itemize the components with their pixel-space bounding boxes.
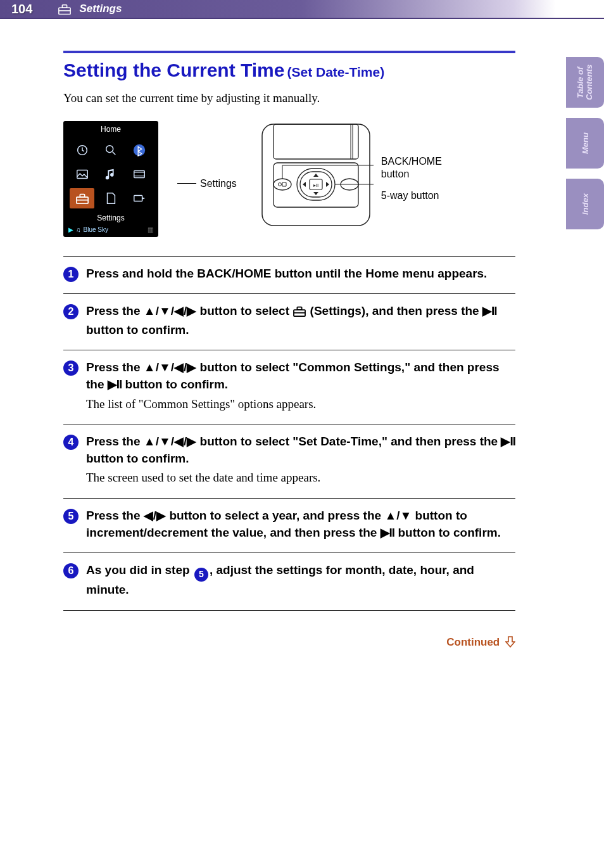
step-5: 5 Press the ◀/▶ button to select a year,… (63, 498, 515, 552)
toolbox-icon (58, 3, 72, 15)
step-3: 3 Press the ▲/▼/◀/▶ button to select "Co… (63, 350, 515, 424)
arrow-up-down-icon: ▲/▼ (384, 509, 412, 522)
step-2: 2 Press the ▲/▼/◀/▶ button to select (Se… (63, 293, 515, 350)
back-home-label-2: button (381, 169, 442, 180)
svg-rect-14 (134, 195, 142, 201)
step-4-text: Press the ▲/▼/◀/▶ button to select "Set … (86, 433, 515, 487)
arrow-keys-icon: ▲/▼/◀/▶ (144, 361, 196, 374)
step-3-sub: The list of "Common Settings" options ap… (86, 396, 515, 413)
step-number-2: 2 (63, 304, 79, 319)
svg-text:▸II: ▸II (313, 182, 318, 188)
bluetooth-icon (127, 140, 152, 160)
home-grid (63, 136, 158, 212)
callout-line (177, 183, 196, 184)
screen-menu-label: Settings (63, 212, 158, 224)
video-icon (127, 164, 152, 184)
step-1: 1 Press and hold the BACK/HOME button un… (63, 256, 515, 294)
svg-point-31 (315, 193, 317, 194)
clock-icon (70, 140, 94, 160)
step-number-3: 3 (63, 361, 79, 376)
tab-table-of-contents[interactable]: Table ofContents (566, 57, 604, 108)
intro-text: You can set the current time by adjustin… (63, 90, 515, 107)
step-6: 6 As you did in step 5, adjust the setti… (63, 552, 515, 610)
main-content: Setting the Current Time (Set Date-Time)… (0, 19, 604, 611)
svg-point-4 (106, 145, 113, 152)
play-indicator-icon: ▶ (68, 226, 73, 233)
back-home-label: BACK/HOME (381, 156, 442, 167)
screen-footer: ▶ ♫ Blue Sky ▥ (63, 224, 158, 233)
device-outline: ▸II (256, 121, 376, 229)
page-title: Setting the Current Time (Set Date-Time) (63, 60, 515, 81)
continued-indicator: Continued (0, 636, 604, 649)
page-number: 104 (11, 2, 32, 16)
device-body-diagram: ▸II BACK/HOME button 5-way button (256, 121, 442, 229)
music-icon (98, 164, 123, 184)
title-rule (63, 51, 515, 53)
device-callout-labels: BACK/HOME button 5-way button (381, 156, 442, 203)
step-4-sub: The screen used to set the date and time… (86, 469, 515, 487)
svg-rect-16 (274, 124, 358, 159)
sub-title: (Set Date-Time) (287, 65, 384, 79)
step-number-5: 5 (63, 509, 79, 524)
svg-rect-7 (77, 170, 87, 178)
svg-rect-1 (63, 5, 67, 8)
step-4: 4 Press the ▲/▼/◀/▶ button to select "Se… (63, 424, 515, 498)
svg-rect-12 (80, 194, 84, 197)
arrow-left-right-icon: ◀/▶ (144, 509, 166, 522)
play-pause-icon: ▶II (501, 435, 515, 448)
header-bar: 104 Settings (0, 0, 604, 19)
toolbox-icon (293, 305, 306, 322)
playlist-icon (127, 188, 152, 208)
svg-marker-29 (303, 182, 306, 187)
step-number-6: 6 (63, 563, 79, 578)
search-icon (98, 140, 123, 160)
play-pause-icon: ▶II (482, 304, 497, 317)
step-number-1: 1 (63, 267, 79, 282)
arrow-keys-icon: ▲/▼/◀/▶ (144, 304, 196, 317)
note-icon: ♫ (76, 226, 81, 233)
svg-point-21 (278, 182, 281, 186)
step-5-text: Press the ◀/▶ button to select a year, a… (86, 507, 515, 541)
svg-line-5 (113, 151, 116, 155)
footer-track: Blue Sky (84, 226, 108, 233)
step-1-text: Press and hold the BACK/HOME button unti… (86, 265, 515, 283)
play-pause-icon: ▶II (381, 526, 395, 539)
svg-marker-27 (313, 174, 318, 177)
steps-end-rule (63, 610, 515, 611)
continued-label: Continued (446, 636, 500, 648)
header-section-title: Settings (79, 3, 122, 15)
battery-icon: ▥ (148, 226, 153, 233)
step-3-text: Press the ▲/▼/◀/▶ button to select "Comm… (86, 359, 515, 412)
side-tabs: Table ofContents Menu Index (566, 57, 604, 229)
continued-arrow-icon (505, 636, 515, 648)
screen-callout-text: Settings (200, 178, 237, 189)
svg-rect-36 (298, 307, 302, 310)
steps-list: 1 Press and hold the BACK/HOME button un… (63, 256, 515, 611)
arrow-keys-icon: ▲/▼/◀/▶ (144, 435, 196, 448)
five-way-label: 5-way button (381, 190, 442, 201)
tab-index[interactable]: Index (566, 179, 604, 229)
tab-menu[interactable]: Menu (566, 118, 604, 169)
diagrams-row: Home Settings ▶ ♫ Blue Sky ▥ S (63, 121, 515, 237)
screen-callout: Settings (177, 178, 237, 189)
main-title: Setting the Current Time (63, 60, 284, 80)
svg-marker-30 (326, 182, 329, 187)
photo-icon (70, 164, 94, 184)
step-ref-5: 5 (194, 568, 208, 582)
step-2-text: Press the ▲/▼/◀/▶ button to select (Sett… (86, 303, 515, 338)
document-icon (98, 188, 123, 208)
play-pause-icon: ▶II (108, 378, 122, 391)
device-screen-diagram: Home Settings ▶ ♫ Blue Sky ▥ (63, 121, 158, 237)
settings-icon-selected (70, 188, 94, 208)
screen-title: Home (63, 124, 158, 136)
step-6-text: As you did in step 5, adjust the setting… (86, 562, 515, 598)
step-number-4: 4 (63, 435, 79, 450)
svg-rect-8 (134, 170, 145, 177)
